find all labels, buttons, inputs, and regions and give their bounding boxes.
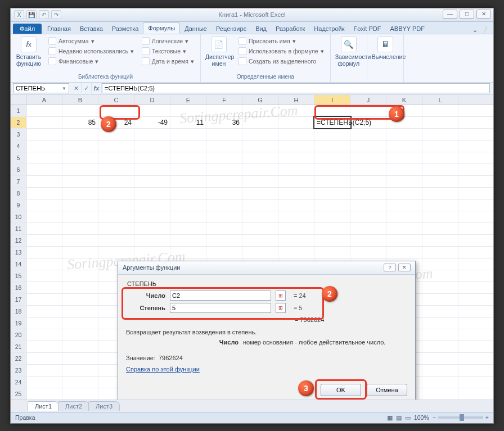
assign-name-button[interactable]: Присвоить имя ▾ [237, 37, 326, 46]
maximize-icon[interactable]: □ [460, 10, 474, 19]
cell-L18[interactable] [422, 306, 458, 317]
cell-E13[interactable] [170, 247, 206, 258]
cell-C7[interactable] [98, 176, 134, 187]
row-header[interactable]: 12 [11, 235, 26, 246]
select-all-corner[interactable] [11, 95, 26, 105]
cell-G13[interactable] [242, 247, 278, 258]
insert-function-button[interactable]: fx Вставить функцию [15, 37, 42, 67]
cell-C11[interactable] [98, 223, 134, 234]
cell-L12[interactable] [422, 235, 458, 246]
cell-A24[interactable] [26, 376, 62, 388]
row-header[interactable]: 13 [11, 247, 26, 258]
cell-A4[interactable] [26, 140, 62, 152]
cell-F12[interactable] [206, 235, 242, 246]
cell-G10[interactable] [242, 211, 278, 223]
cell-E10[interactable] [170, 211, 206, 223]
cell-F3[interactable] [206, 129, 242, 140]
cell-E4[interactable] [170, 140, 206, 152]
cell-A9[interactable] [26, 199, 62, 211]
cell-A1[interactable] [26, 105, 62, 116]
row-header[interactable]: 10 [11, 211, 26, 223]
cell-G2[interactable] [242, 117, 278, 128]
row-header[interactable]: 8 [11, 188, 26, 199]
range-selector-icon[interactable]: ⊞ [276, 291, 286, 301]
cell-C6[interactable] [98, 164, 134, 175]
sheet-tab-1[interactable]: Лист1 [28, 401, 59, 411]
cancel-formula-icon[interactable]: ✕ [71, 83, 82, 93]
use-in-formula-button[interactable]: Использовать в формуле ▾ [237, 47, 326, 56]
cell-C13[interactable] [98, 247, 134, 258]
cell-I13[interactable] [314, 247, 350, 258]
cell-A17[interactable] [26, 294, 62, 305]
cell-B23[interactable] [62, 365, 98, 376]
cell-G4[interactable] [242, 140, 278, 152]
cell-I9[interactable] [314, 199, 350, 211]
create-from-selection-button[interactable]: Создать из выделенного [237, 57, 326, 66]
cell-D1[interactable] [134, 105, 170, 116]
row-header[interactable]: 2 [11, 117, 26, 128]
cell-A3[interactable] [26, 129, 62, 140]
fx-button-icon[interactable]: fx [92, 83, 102, 93]
cell-B9[interactable] [62, 199, 98, 211]
cell-G8[interactable] [242, 188, 278, 199]
row-header[interactable]: 4 [11, 140, 26, 152]
cell-L23[interactable] [422, 365, 458, 376]
arg-input-power[interactable] [170, 303, 271, 313]
cell-J12[interactable] [350, 235, 386, 246]
cell-G6[interactable] [242, 164, 278, 175]
view-pagebreak-icon[interactable]: ▭ [405, 414, 411, 421]
cell-F10[interactable] [206, 211, 242, 223]
cell-L10[interactable] [422, 211, 458, 223]
cell-B19[interactable] [62, 317, 98, 329]
cell-L22[interactable] [422, 353, 458, 364]
cell-D10[interactable] [134, 211, 170, 223]
minimize-icon[interactable]: — [443, 10, 457, 19]
cell-L4[interactable] [422, 140, 458, 152]
cell-H2[interactable] [278, 117, 314, 128]
cell-L20[interactable] [422, 329, 458, 341]
cell-I3[interactable] [314, 129, 350, 140]
cell-B17[interactable] [62, 294, 98, 305]
cell-K13[interactable] [386, 247, 422, 258]
cell-H1[interactable] [278, 105, 314, 116]
cancel-button[interactable]: Отмена [367, 384, 407, 396]
cell-J11[interactable] [350, 223, 386, 234]
col-L[interactable]: L [422, 95, 458, 105]
cell-J4[interactable] [350, 140, 386, 152]
cell-A23[interactable] [26, 365, 62, 376]
cell-B1[interactable] [62, 105, 98, 116]
cell-E1[interactable] [170, 105, 206, 116]
cell-I8[interactable] [314, 188, 350, 199]
cell-A7[interactable] [26, 176, 62, 187]
sheet-tab-2[interactable]: Лист2 [58, 401, 89, 411]
cell-A2[interactable] [26, 117, 62, 128]
recent-button[interactable]: Недавно использовались ▾ [47, 47, 136, 56]
row-header[interactable]: 20 [11, 329, 26, 341]
tab-file[interactable]: Файл [13, 24, 42, 34]
cell-B11[interactable] [62, 223, 98, 234]
confirm-formula-icon[interactable]: ✓ [82, 83, 92, 93]
cell-L7[interactable] [422, 176, 458, 187]
cell-B5[interactable] [62, 152, 98, 164]
cell-E9[interactable] [170, 199, 206, 211]
cell-I12[interactable] [314, 235, 350, 246]
autosum-button[interactable]: Автосумма ▾ [47, 37, 136, 46]
cell-D6[interactable] [134, 164, 170, 175]
cell-J6[interactable] [350, 164, 386, 175]
col-C[interactable]: C [98, 95, 134, 105]
cell-D9[interactable] [134, 199, 170, 211]
cell-H12[interactable] [278, 235, 314, 246]
cell-B18[interactable] [62, 306, 98, 317]
cell-L16[interactable] [422, 282, 458, 293]
row-header[interactable]: 18 [11, 306, 26, 317]
cell-L9[interactable] [422, 199, 458, 211]
cell-B20[interactable] [62, 329, 98, 341]
cell-L15[interactable] [422, 270, 458, 282]
cell-D4[interactable] [134, 140, 170, 152]
cell-B8[interactable] [62, 188, 98, 199]
cell-C9[interactable] [98, 199, 134, 211]
cell-A20[interactable] [26, 329, 62, 341]
row-header[interactable]: 15 [11, 270, 26, 282]
cell-L11[interactable] [422, 223, 458, 234]
cell-B21[interactable] [62, 341, 98, 352]
